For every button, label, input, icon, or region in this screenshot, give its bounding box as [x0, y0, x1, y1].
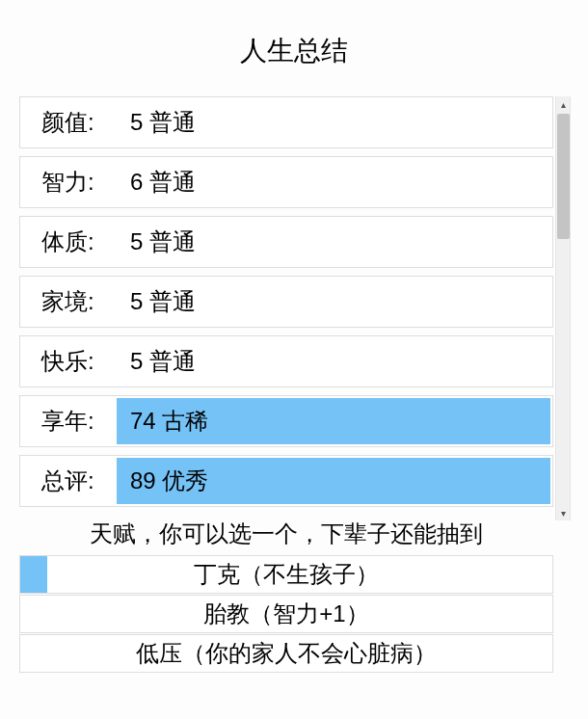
scroll-down-icon[interactable]: ▾ — [556, 505, 570, 520]
stat-value: 5 普通 — [117, 217, 552, 267]
scroll-up-icon[interactable]: ▴ — [556, 96, 570, 112]
page-title: 人生总结 — [0, 0, 588, 96]
stat-label: 体质: — [20, 217, 117, 267]
stat-row-appearance: 颜值: 5 普通 — [19, 96, 553, 148]
scrollbar-thumb[interactable] — [557, 114, 570, 239]
scrollbar-track[interactable]: ▴ ▾ — [555, 96, 571, 520]
stat-label: 家境: — [20, 277, 117, 327]
stat-value: 5 普通 — [117, 336, 552, 386]
stat-label: 颜值: — [20, 97, 117, 147]
stat-label: 享年: — [20, 396, 117, 446]
stat-row-overall: 总评: 89 优秀 — [19, 455, 553, 507]
stat-label: 快乐: — [20, 336, 117, 386]
talent-label: 胎教（智力+1） — [203, 599, 368, 629]
talent-label: 低压（你的家人不会心脏病） — [136, 638, 437, 669]
stat-value: 5 普通 — [117, 277, 552, 327]
talent-option-lowpressure[interactable]: 低压（你的家人不会心脏病） — [19, 634, 553, 673]
stat-row-constitution: 体质: 5 普通 — [19, 216, 553, 268]
scroll-container: 颜值: 5 普通 智力: 6 普通 体质: 5 普通 家境: 5 普通 快乐: … — [19, 96, 571, 694]
stat-value: 6 普通 — [117, 157, 552, 207]
talent-header: 天赋，你可以选一个，下辈子还能抽到 — [19, 515, 553, 555]
stat-row-happiness: 快乐: 5 普通 — [19, 335, 553, 387]
stat-value: 5 普通 — [117, 97, 552, 147]
talent-option-dink[interactable]: 丁克（不生孩子） — [19, 555, 553, 594]
stat-row-intelligence: 智力: 6 普通 — [19, 156, 553, 208]
talent-label: 丁克（不生孩子） — [194, 559, 379, 590]
content-list: 颜值: 5 普通 智力: 6 普通 体质: 5 普通 家境: 5 普通 快乐: … — [19, 96, 553, 674]
stat-value: 89 优秀 — [117, 458, 550, 504]
stat-row-family: 家境: 5 普通 — [19, 276, 553, 328]
stat-value: 74 古稀 — [117, 398, 550, 444]
stat-label: 总评: — [20, 456, 117, 506]
selected-indicator — [20, 556, 47, 593]
stat-row-lifespan: 享年: 74 古稀 — [19, 395, 553, 447]
talent-option-prenatal[interactable]: 胎教（智力+1） — [19, 595, 553, 633]
stat-label: 智力: — [20, 157, 117, 207]
